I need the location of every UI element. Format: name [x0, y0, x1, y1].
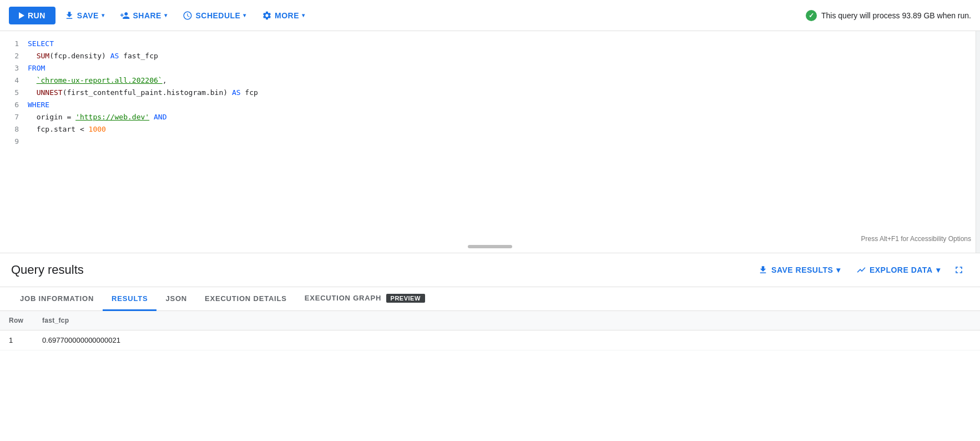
code-line-5: UNNEST(first_contentful_paint.histogram.… — [28, 87, 980, 99]
results-table: Row fast_fcp 1 0.697700000000000021 — [0, 311, 980, 350]
more-button[interactable]: MORE ▾ — [255, 6, 312, 25]
expand-button[interactable] — [949, 260, 969, 280]
save-icon — [64, 11, 74, 21]
toolbar: RUN SAVE ▾ SHARE ▾ SCHEDULE ▾ MORE ▾ — [0, 0, 980, 31]
tab-job-information[interactable]: JOB INFORMATION — [11, 288, 103, 311]
explore-data-label: EXPLORE DATA — [870, 265, 933, 274]
col-header-fast-fcp: fast_fcp — [33, 311, 200, 330]
expand-icon — [953, 264, 964, 275]
run-label: RUN — [28, 11, 46, 20]
save-label: SAVE — [77, 11, 99, 20]
vertical-scrollbar[interactable] — [976, 31, 980, 253]
cell-fast-fcp-1: 0.697700000000000021 — [33, 330, 200, 350]
play-icon — [19, 12, 24, 19]
gear-icon — [262, 11, 272, 21]
query-info-text: This query will process 93.89 GB when ru… — [821, 11, 971, 20]
schedule-label: SCHEDULE — [195, 11, 240, 20]
explore-data-icon — [856, 265, 866, 275]
save-chevron: ▾ — [102, 12, 105, 18]
success-icon: ✓ — [806, 10, 817, 21]
horizontal-scrollbar[interactable] — [468, 245, 512, 248]
query-info: ✓ This query will process 93.89 GB when … — [806, 10, 971, 21]
save-results-icon — [758, 265, 768, 275]
save-results-label: SAVE RESULTS — [771, 265, 833, 274]
share-chevron: ▾ — [164, 12, 168, 18]
save-button[interactable]: SAVE ▾ — [58, 6, 112, 25]
share-icon — [120, 11, 130, 21]
tab-execution-graph[interactable]: EXECUTION GRAPH PREVIEW — [296, 287, 434, 311]
cell-empty-1 — [200, 330, 980, 350]
code-line-2: SUM(fcp.density) AS fast_fcp — [28, 50, 980, 62]
code-line-4: `chrome-ux-report.all.202206`, — [28, 74, 980, 87]
line-numbers: 1 2 3 4 5 6 7 8 9 — [0, 36, 28, 248]
share-label: SHARE — [133, 11, 161, 20]
table-row: 1 0.697700000000000021 — [0, 330, 980, 350]
code-line-1: SELECT — [28, 38, 980, 50]
tabs-bar: JOB INFORMATION RESULTS JSON EXECUTION D… — [0, 287, 980, 311]
schedule-button[interactable]: SCHEDULE ▾ — [176, 6, 253, 25]
code-line-8: fcp.start < 1000 — [28, 123, 980, 136]
code-line-9 — [28, 136, 980, 148]
col-header-row: Row — [0, 311, 33, 330]
code-line-6: WHERE — [28, 99, 980, 111]
results-title: Query results — [11, 263, 747, 277]
tab-execution-details[interactable]: EXECUTION DETAILS — [196, 288, 296, 311]
code-editor[interactable]: SELECT SUM(fcp.density) AS fast_fcp FROM… — [28, 36, 980, 248]
cell-row-1: 1 — [0, 330, 33, 350]
tab-results[interactable]: RESULTS — [103, 288, 156, 311]
code-line-7: origin = 'https://web.dev' AND — [28, 111, 980, 123]
preview-badge-container: PREVIEW — [386, 294, 425, 303]
run-button[interactable]: RUN — [9, 7, 55, 24]
share-button[interactable]: SHARE ▾ — [113, 6, 174, 25]
table-header-row: Row fast_fcp — [0, 311, 980, 330]
results-section: Query results SAVE RESULTS ▾ EXPLORE DAT… — [0, 253, 980, 441]
results-actions: SAVE RESULTS ▾ EXPLORE DATA ▾ — [751, 260, 969, 280]
save-results-button[interactable]: SAVE RESULTS ▾ — [751, 260, 847, 279]
explore-data-button[interactable]: EXPLORE DATA ▾ — [850, 260, 947, 279]
save-results-chevron: ▾ — [836, 265, 841, 274]
code-line-3: FROM — [28, 62, 980, 74]
results-header: Query results SAVE RESULTS ▾ EXPLORE DAT… — [0, 253, 980, 287]
more-label: MORE — [275, 11, 299, 20]
results-table-container: Row fast_fcp 1 0.697700000000000021 — [0, 311, 980, 350]
tab-json[interactable]: JSON — [156, 288, 196, 311]
more-chevron: ▾ — [302, 12, 305, 18]
preview-badge: PREVIEW — [386, 294, 425, 303]
explore-data-chevron: ▾ — [936, 265, 941, 274]
schedule-chevron: ▾ — [243, 12, 246, 18]
col-header-empty — [200, 311, 980, 330]
accessibility-hint: Press Alt+F1 for Accessibility Options — [861, 235, 971, 243]
schedule-icon — [183, 11, 193, 21]
editor-area[interactable]: 1 2 3 4 5 6 7 8 9 SELECT SUM(fcp.density… — [0, 31, 980, 253]
